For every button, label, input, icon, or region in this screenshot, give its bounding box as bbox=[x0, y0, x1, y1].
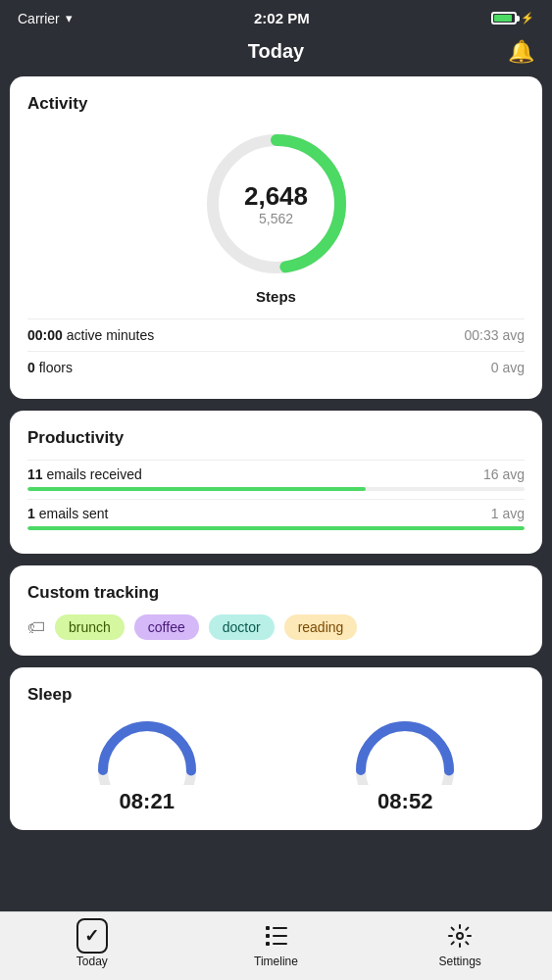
emails-received-stat: 11 emails received 16 avg bbox=[27, 460, 525, 499]
active-minutes-row: 00:00 active minutes 00:33 avg bbox=[27, 318, 525, 351]
nav-settings-label: Settings bbox=[439, 955, 481, 968]
active-minutes-value: 00:00 bbox=[27, 327, 63, 343]
svg-rect-6 bbox=[266, 926, 270, 930]
today-icon: ✓ bbox=[76, 918, 108, 954]
sleep-item-2: 08:52 bbox=[351, 716, 459, 814]
tag-reading[interactable]: reading bbox=[284, 614, 358, 640]
status-right: ⚡ bbox=[491, 12, 534, 24]
svg-rect-11 bbox=[273, 943, 287, 945]
steps-goal: 5,562 bbox=[244, 210, 308, 225]
bell-icon[interactable]: 🔔 bbox=[508, 39, 534, 65]
sleep-item-1: 08:21 bbox=[93, 716, 201, 814]
nav-today-label: Today bbox=[76, 955, 108, 968]
productivity-title: Productivity bbox=[27, 428, 525, 448]
sleep-value-2: 08:52 bbox=[377, 789, 432, 814]
custom-tracking-tags: 🏷 brunch coffee doctor reading bbox=[27, 614, 525, 640]
status-time: 2:02 PM bbox=[254, 10, 310, 26]
sleep-value-1: 08:21 bbox=[120, 789, 175, 814]
emails-sent-value: 1 bbox=[27, 506, 35, 521]
activity-ring-container: 2,648 5,562 Steps bbox=[27, 125, 525, 305]
emails-received-value: 11 bbox=[27, 466, 43, 482]
svg-rect-8 bbox=[266, 942, 270, 946]
emails-received-label: emails received bbox=[46, 466, 141, 482]
emails-sent-label: emails sent bbox=[39, 506, 109, 521]
timeline-icon bbox=[261, 920, 292, 952]
emails-sent-stat: 1 emails sent 1 avg bbox=[27, 499, 525, 538]
floors-label: floors bbox=[39, 360, 73, 375]
emails-received-avg: 16 avg bbox=[483, 466, 525, 482]
emails-sent-fill bbox=[27, 526, 525, 530]
tag-doctor[interactable]: doctor bbox=[209, 614, 275, 640]
sleep-title: Sleep bbox=[27, 685, 525, 705]
steps-ring: 2,648 5,562 bbox=[198, 125, 355, 282]
activity-title: Activity bbox=[27, 94, 525, 114]
ring-center: 2,648 5,562 bbox=[244, 182, 308, 226]
carrier-label: Carrier bbox=[18, 11, 60, 26]
status-bar: Carrier ▾ 2:02 PM ⚡ bbox=[0, 0, 552, 32]
settings-icon bbox=[444, 920, 476, 952]
battery-icon bbox=[491, 12, 517, 24]
steps-value: 2,648 bbox=[244, 182, 308, 211]
sleep-card: Sleep 08:21 0 bbox=[10, 667, 542, 830]
bottom-nav: ✓ Today Timeline Settings bbox=[0, 911, 552, 980]
svg-rect-10 bbox=[273, 935, 287, 937]
emails-sent-bar bbox=[27, 526, 525, 530]
svg-rect-7 bbox=[266, 934, 270, 938]
charge-icon: ⚡ bbox=[521, 12, 534, 24]
nav-timeline[interactable]: Timeline bbox=[184, 920, 369, 968]
tag-brunch[interactable]: brunch bbox=[55, 614, 125, 640]
floors-value: 0 bbox=[27, 360, 35, 375]
custom-tracking-title: Custom tracking bbox=[27, 583, 525, 603]
svg-point-3 bbox=[103, 726, 191, 785]
active-minutes-avg: 00:33 avg bbox=[465, 327, 526, 343]
floors-row: 0 floors 0 avg bbox=[27, 351, 525, 383]
svg-point-12 bbox=[457, 933, 463, 939]
sleep-ring-2 bbox=[351, 716, 459, 785]
floors-avg: 0 avg bbox=[491, 360, 525, 375]
wifi-icon: ▾ bbox=[66, 11, 73, 25]
tag-coffee[interactable]: coffee bbox=[134, 614, 199, 640]
emails-received-bar bbox=[27, 487, 525, 491]
active-minutes-label: active minutes bbox=[67, 327, 154, 343]
status-left: Carrier ▾ bbox=[18, 11, 73, 26]
sleep-row: 08:21 08:52 bbox=[27, 716, 525, 814]
emails-received-fill bbox=[27, 487, 366, 491]
activity-card: Activity 2,648 5,562 Steps 00:00 active bbox=[10, 76, 542, 399]
emails-sent-avg: 1 avg bbox=[491, 506, 525, 521]
nav-timeline-label: Timeline bbox=[254, 955, 298, 968]
productivity-card: Productivity 11 emails received 16 avg 1… bbox=[10, 411, 542, 554]
page-title: Today bbox=[248, 40, 304, 63]
header: Today 🔔 bbox=[0, 32, 552, 76]
tag-icon: 🏷 bbox=[27, 617, 45, 638]
custom-tracking-card: Custom tracking 🏷 brunch coffee doctor r… bbox=[10, 565, 542, 656]
svg-rect-9 bbox=[273, 927, 287, 929]
steps-label: Steps bbox=[256, 288, 296, 305]
nav-settings[interactable]: Settings bbox=[368, 920, 552, 968]
nav-today[interactable]: ✓ Today bbox=[0, 920, 184, 968]
sleep-ring-1 bbox=[93, 716, 201, 785]
svg-point-5 bbox=[361, 726, 449, 785]
